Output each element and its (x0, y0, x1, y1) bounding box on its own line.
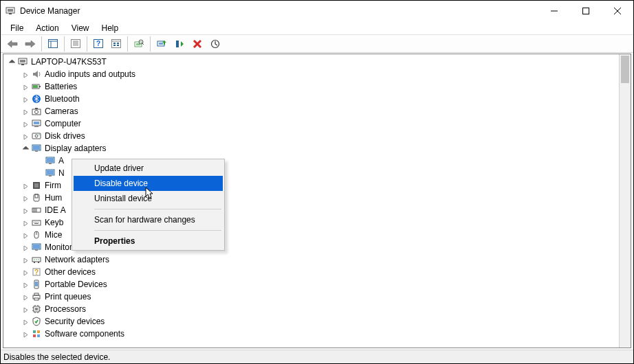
tree-node[interactable]: LAPTOP-U47KS53T (3, 56, 631, 68)
svg-rect-50 (33, 146, 40, 150)
chevron-right-icon[interactable] (20, 117, 31, 130)
tree-node[interactable]: Audio inputs and outputs (3, 68, 631, 80)
svg-rect-2 (9, 13, 12, 14)
svg-rect-103 (37, 334, 40, 337)
ctx-update-driver[interactable]: Update driver (74, 161, 223, 176)
chevron-right-icon[interactable] (20, 80, 31, 93)
audio-icon (31, 69, 42, 80)
chevron-right-icon[interactable] (20, 179, 31, 192)
svg-rect-7 (49, 40, 58, 48)
tree-node[interactable]: Disk drives (3, 130, 631, 142)
tree-node[interactable]: ?Other devices (3, 266, 631, 278)
show-hide-console-button[interactable] (45, 36, 61, 52)
tree-node-label: Bluetooth (45, 94, 80, 104)
chevron-right-icon[interactable] (20, 291, 31, 303)
chevron-right-icon[interactable] (20, 216, 31, 229)
tree-node-label: Print queues (45, 292, 91, 302)
chevron-right-icon[interactable] (20, 241, 31, 253)
scan-hardware-button[interactable] (131, 36, 147, 52)
properties-button[interactable] (67, 36, 84, 52)
tree-node[interactable]: Processors (3, 303, 631, 315)
ctx-disable-device[interactable]: Disable device (74, 176, 223, 191)
chevron-right-icon[interactable] (20, 278, 31, 291)
chevron-right-icon[interactable] (20, 266, 31, 278)
tree-node[interactable]: Print queues (3, 291, 631, 303)
svg-rect-71 (34, 223, 39, 224)
chevron-down-icon[interactable] (6, 56, 17, 68)
menu-help[interactable]: Help (96, 22, 124, 34)
tree-node[interactable]: Batteries (3, 80, 631, 93)
chevron-right-icon[interactable] (20, 204, 31, 216)
display-device-icon (45, 168, 56, 179)
disk-icon (31, 130, 42, 141)
window-title: Device Manager (20, 6, 538, 16)
battery-icon (31, 81, 42, 92)
tree-node[interactable]: Cameras (3, 105, 631, 117)
tree-node-label: Computer (45, 119, 81, 128)
enable-device-button[interactable] (207, 36, 223, 52)
tree-node-label: Audio inputs and outputs (45, 69, 135, 79)
help-button[interactable]: ? (90, 36, 107, 52)
tree-node[interactable]: Software components (3, 328, 631, 340)
svg-text:?: ? (96, 40, 100, 47)
tree-node[interactable]: Portable Devices (3, 278, 631, 291)
svg-point-80 (34, 259, 35, 260)
svg-rect-22 (117, 45, 119, 46)
svg-rect-17 (112, 40, 121, 48)
chevron-right-icon[interactable] (20, 130, 31, 142)
minimize-button[interactable] (538, 1, 570, 21)
chevron-right-icon[interactable] (20, 229, 31, 241)
chevron-right-icon[interactable] (20, 105, 31, 117)
update-driver-button[interactable] (153, 36, 170, 52)
maximize-button[interactable] (570, 1, 602, 21)
forward-button[interactable] (22, 36, 39, 52)
chevron-right-icon[interactable] (20, 68, 31, 80)
chevron-right-icon[interactable] (20, 192, 31, 204)
chevron-right-icon[interactable] (20, 253, 31, 266)
chevron-right-icon[interactable] (20, 93, 31, 105)
chevron-right-icon[interactable] (20, 315, 31, 328)
svg-rect-57 (49, 175, 52, 177)
printer-icon (31, 291, 42, 302)
svg-point-81 (36, 259, 37, 260)
menu-file[interactable]: File (5, 22, 29, 34)
svg-rect-69 (36, 222, 37, 223)
svg-rect-46 (32, 133, 41, 139)
action-button[interactable] (108, 36, 124, 52)
svg-rect-54 (49, 163, 52, 164)
tree-node[interactable]: Network adapters (3, 253, 631, 266)
tree-node-label: Other devices (45, 267, 96, 277)
tree-node-label: Firm (45, 181, 61, 190)
tree-node[interactable]: Display adapters (3, 142, 631, 155)
chevron-right-icon[interactable] (20, 303, 31, 315)
ctx-properties[interactable]: Properties (74, 234, 223, 249)
close-button[interactable] (602, 1, 633, 21)
tree-node-label: Disk drives (45, 131, 85, 141)
menubar: File Action View Help (1, 21, 633, 35)
keyboard-icon (31, 217, 42, 228)
svg-rect-102 (33, 334, 36, 337)
tree-node[interactable]: Computer (3, 117, 631, 130)
monitor-icon (31, 242, 42, 253)
chevron-down-icon[interactable] (20, 142, 31, 155)
tree-node-label: Processors (45, 304, 86, 314)
menu-view[interactable]: View (66, 22, 95, 34)
tree-node[interactable]: Bluetooth (3, 93, 631, 105)
disable-device-button[interactable] (171, 36, 188, 52)
ctx-scan-hardware[interactable]: Scan for hardware changes (74, 212, 223, 227)
tree-node-label: Keyb (45, 218, 63, 227)
ctx-uninstall-device[interactable]: Uninstall device (74, 191, 223, 206)
titlebar: Device Manager (1, 1, 633, 21)
back-button[interactable] (4, 36, 21, 52)
svg-point-41 (35, 111, 39, 114)
mouse-icon (31, 229, 42, 240)
menu-action[interactable]: Action (30, 22, 64, 34)
chevron-right-icon[interactable] (20, 328, 31, 340)
vertical-scrollbar[interactable] (619, 54, 631, 348)
uninstall-device-button[interactable] (189, 36, 206, 52)
svg-rect-68 (35, 222, 36, 223)
tree-node[interactable]: Security devices (3, 315, 631, 328)
svg-text:?: ? (34, 269, 39, 276)
processor-icon (31, 304, 42, 315)
tree-node-label: Cameras (45, 106, 78, 116)
